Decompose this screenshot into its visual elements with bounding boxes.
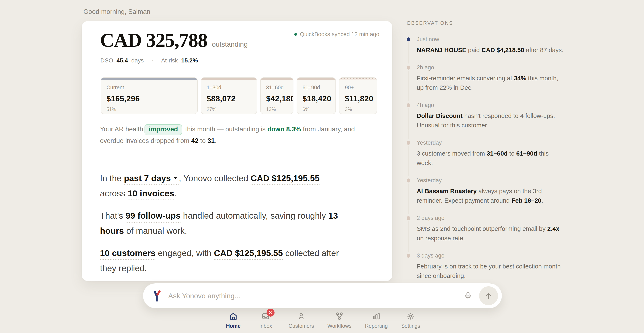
- observation-item[interactable]: YesterdayAl Bassam Roastery always pays …: [407, 177, 575, 205]
- text-segment: .: [174, 189, 176, 198]
- text-segment: of manual work.: [124, 226, 187, 236]
- card-divider: [100, 160, 374, 160]
- bucket-percent: 13%: [266, 107, 293, 112]
- at-risk-label: At-risk: [161, 57, 178, 64]
- yonovo-logo-icon: [152, 290, 162, 302]
- metric-term[interactable]: CAD $125,195.55: [250, 173, 320, 185]
- send-button[interactable]: [479, 286, 498, 305]
- greeting-text: Good morning, Salman: [84, 8, 150, 16]
- nav-label: Inbox: [259, 323, 272, 329]
- text-segment: Feb 18–20: [512, 197, 542, 204]
- observation-item[interactable]: 4h agoDollar Discount hasn't responded t…: [407, 102, 575, 130]
- text-segment: 31–60d: [487, 150, 508, 157]
- text-segment: handled automatically, saving roughly: [181, 211, 328, 220]
- text-segment: February is on track to be your best col…: [417, 263, 560, 279]
- inbox-unread-badge: 3: [266, 309, 274, 316]
- observation-timestamp: Yesterday: [417, 177, 575, 184]
- text-segment: CAD $4,218.50: [482, 47, 524, 53]
- text-segment: .: [215, 137, 216, 144]
- observation-text: First-reminder emails converting at 34% …: [417, 73, 566, 92]
- text-segment: That's: [100, 211, 126, 220]
- bucket-value: $88,072: [207, 94, 257, 103]
- narrative-paragraph: 10 customers engaged, with CAD $125,195.…: [100, 245, 346, 276]
- observation-item[interactable]: 2h agoFirst-reminder emails converting a…: [407, 64, 575, 92]
- metric-term[interactable]: 10 customers: [100, 248, 156, 260]
- outstanding-amount: CAD 325,788: [100, 28, 207, 52]
- observations-title: OBSERVATIONS: [407, 20, 575, 26]
- settings-icon: [406, 311, 415, 321]
- observation-text: NARANJ HOUSE paid CAD $4,218.50 after 87…: [417, 45, 566, 55]
- bucket-value: $165,296: [106, 94, 197, 103]
- nav-item-customers[interactable]: Customers: [288, 311, 314, 329]
- observations-panel: OBSERVATIONS Just nowNARANJ HOUSE paid C…: [407, 20, 575, 290]
- sync-status-label: QuickBooks synced 12 min ago: [300, 31, 379, 38]
- bucket-color-bar: [340, 78, 376, 80]
- nav-label: Home: [226, 323, 240, 329]
- observation-timestamp: 4h ago: [417, 102, 575, 109]
- timeline-dot: [407, 38, 410, 42]
- bucket-value: $11,820: [345, 94, 376, 103]
- observation-item[interactable]: Yesterday3 customers moved from 31–60d t…: [407, 140, 575, 168]
- bucket-value: $42,180: [266, 94, 293, 103]
- observation-item[interactable]: 3 days agoFebruary is on track to be you…: [407, 252, 575, 280]
- text-segment: .: [542, 197, 543, 204]
- observation-text: February is on track to be your best col…: [417, 261, 566, 280]
- timeline-dot: [407, 141, 410, 145]
- text-segment: on response rate.: [417, 235, 465, 241]
- microphone-icon[interactable]: [463, 291, 473, 301]
- text-segment: 31: [208, 137, 215, 144]
- observation-timestamp: Just now: [417, 36, 575, 43]
- customers-icon: [296, 311, 306, 321]
- observation-timestamp: Yesterday: [417, 140, 575, 146]
- app-screen: Good morning, Salman QuickBooks synced 1…: [0, 0, 644, 333]
- aging-bucket-current[interactable]: Current$165,29651%: [100, 77, 198, 114]
- nav-label: Customers: [288, 323, 314, 329]
- metric-term[interactable]: 99 follow-ups: [126, 211, 181, 223]
- bucket-label: Current: [106, 85, 197, 91]
- bucket-color-bar: [261, 78, 293, 80]
- text-segment: 42: [191, 137, 198, 144]
- metric-term[interactable]: CAD $125,195.55: [214, 248, 283, 260]
- aging-bucket-90+[interactable]: 90+$11,8203%: [339, 77, 377, 114]
- text-segment: 3 customers moved from: [417, 150, 487, 157]
- text-segment: In the: [100, 173, 124, 183]
- chevron-down-icon[interactable]: [172, 171, 179, 177]
- timeline-dot: [407, 178, 410, 182]
- nav-item-home[interactable]: Home: [224, 311, 243, 329]
- text-segment: across: [100, 189, 128, 198]
- timeline-dot: [407, 103, 410, 107]
- workflows-icon: [335, 311, 344, 321]
- text-segment: SMS as 2nd touchpoint outperforming emai…: [417, 225, 547, 232]
- text-segment: this month — outstanding is: [183, 126, 268, 133]
- text-segment: Your AR health: [100, 126, 143, 133]
- text-segment: 61–90d: [516, 150, 537, 157]
- bucket-color-bar: [201, 78, 257, 80]
- nav-item-inbox[interactable]: 3Inbox: [256, 311, 275, 329]
- kpi-line: DSO 45.4 days At-risk 15.2%: [100, 57, 198, 64]
- text-segment: paid: [466, 47, 482, 53]
- metric-term[interactable]: past 7 days: [124, 173, 179, 185]
- nav-item-reporting[interactable]: Reporting: [365, 311, 388, 329]
- observation-item[interactable]: 2 days agoSMS as 2nd touchpoint outperfo…: [407, 215, 575, 243]
- bucket-percent: 51%: [106, 107, 197, 112]
- nav-label: Settings: [401, 323, 420, 329]
- bucket-percent: 27%: [207, 107, 257, 112]
- text-segment: down 8.3%: [268, 126, 301, 133]
- bucket-percent: 6%: [302, 107, 336, 112]
- home-icon: [229, 311, 238, 321]
- outstanding-suffix: outstanding: [212, 40, 248, 48]
- health-status-pill: improved: [144, 124, 182, 135]
- aging-bucket-31-60d[interactable]: 31–60d$42,18013%: [260, 77, 294, 114]
- nav-label: Workflows: [328, 323, 352, 329]
- aging-bucket-1-30d[interactable]: 1–30d$88,07227%: [201, 77, 257, 114]
- ask-input[interactable]: [168, 291, 463, 300]
- text-segment: Al Bassam Roastery: [417, 188, 476, 194]
- metric-term[interactable]: 10 invoices: [128, 189, 174, 200]
- quickbooks-sync-status: QuickBooks synced 12 min ago: [294, 31, 379, 38]
- aging-bucket-61-90d[interactable]: 61–90d$18,4206%: [296, 77, 336, 114]
- ar-health-sentence: Your AR healthimproved this month — outs…: [100, 124, 373, 147]
- nav-item-workflows[interactable]: Workflows: [328, 311, 352, 329]
- text-segment: 34%: [514, 75, 526, 82]
- observation-item[interactable]: Just nowNARANJ HOUSE paid CAD $4,218.50 …: [407, 36, 575, 55]
- nav-item-settings[interactable]: Settings: [401, 311, 420, 329]
